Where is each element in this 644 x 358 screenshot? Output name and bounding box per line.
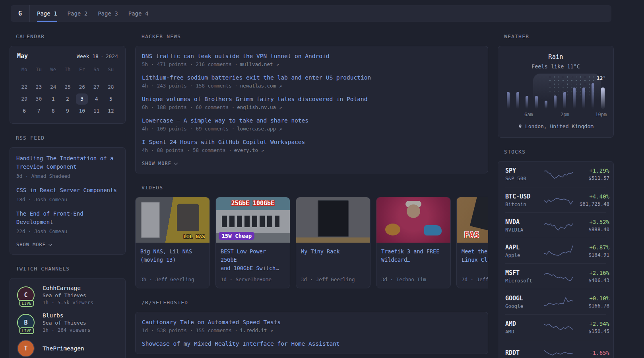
stock-name: Apple — [505, 252, 544, 258]
video-meta: 3d · Jeff Geerling — [301, 272, 365, 282]
stocks-section-title: STOCKS — [504, 149, 614, 155]
video-card[interactable]: FAS Meet the Linux Clu 7d · Jeff Geerlin… — [456, 197, 488, 288]
nav-tab-page-4[interactable]: Page 4 — [123, 5, 154, 22]
hn-item-stats: 5h · 471 points · 216 comments · — [142, 61, 238, 67]
video-title[interactable]: Big NAS, Lil NAS (moving 13) — [140, 247, 205, 264]
hn-item-domain[interactable]: english.nv.ua ↗ — [237, 104, 282, 110]
calendar-day: 6 — [18, 105, 30, 117]
reddit-item-meta: 1d · 538 points · 155 comments ·i.redd.i… — [142, 327, 481, 333]
stock-symbol: BTC-USD — [505, 193, 544, 200]
calendar-widget: May Week 18·2024 Mo Tu We Th Fr Sa Su 22… — [10, 46, 126, 124]
stock-symbol: GOOGL — [505, 295, 544, 302]
twitch-channel-row[interactable]: T ThePrimeagen — [17, 340, 118, 357]
calendar-day: 11 — [90, 105, 102, 117]
hn-item-title[interactable]: I Spent 24 Hours with GitHub Copilot Wor… — [142, 139, 481, 145]
video-card[interactable]: Traefik 3 and FREE Wildcard… 3d · Techno… — [376, 197, 451, 288]
video-thumbnail[interactable]: LIL NAS — [136, 197, 209, 243]
video-card-body: Traefik 3 and FREE Wildcard… 3d · Techno… — [376, 243, 450, 288]
stock-sparkline — [544, 295, 573, 309]
video-title[interactable]: Traefik 3 and FREE Wildcard… — [381, 247, 446, 264]
stock-name: NVIDIA — [505, 227, 544, 233]
video-thumbnail[interactable] — [376, 197, 450, 243]
stock-id: SPY S&P 500 — [505, 167, 544, 181]
twitch-widget: C LIVE CohhCarnage Sea of Thieves 1h · 5… — [10, 278, 126, 358]
weather-condition: Rain — [506, 53, 605, 60]
hn-item-title[interactable]: Unique volumes of Brothers Grimm fairy t… — [142, 96, 481, 102]
weather-bar — [573, 88, 576, 109]
thumbnail-overlay-text: 15W Cheap — [219, 232, 254, 240]
weather-bar — [545, 101, 547, 109]
channel-viewers: 1h · 264 viewers — [43, 327, 90, 333]
nav-tab-page-1[interactable]: Page 1 — [32, 5, 62, 22]
stock-row[interactable]: AAPL Apple +6.87% $184.91 — [505, 238, 606, 263]
video-thumbnail[interactable] — [296, 197, 370, 243]
chevron-down-icon — [174, 161, 178, 165]
thumbnail-overlay-text: FAS — [464, 230, 479, 240]
weather-widget: Rain Feels like 11°C 12° 6am 2pm 10pm Lo… — [498, 46, 614, 138]
reddit-item-title[interactable]: Showcase of my Mixed Reality Interface f… — [142, 340, 481, 347]
video-title[interactable]: My Tiny Rack — [301, 247, 365, 264]
hn-item-title[interactable]: DNS traffic can leak outside the VPN tun… — [142, 53, 481, 59]
rss-item-meta: 18d · Josh Comeau — [16, 197, 119, 202]
stock-values: +6.87% $184.91 — [573, 244, 609, 258]
reddit-item-domain[interactable]: i.redd.it ↗ — [240, 327, 273, 333]
rss-show-more-button[interactable]: SHOW MORE — [16, 242, 119, 247]
stock-row[interactable]: BTC-USD Bitcoin +4.40% $61,725.48 — [505, 187, 606, 212]
hn-item-meta: 4h · 88 points · 58 comments ·every.to ↗ — [142, 147, 481, 153]
stock-row[interactable]: MSFT Microsoft +2.16% $406.43 — [505, 263, 606, 289]
stock-change: +3.52% — [573, 219, 609, 225]
hn-item-domain[interactable]: mullvad.net ↗ — [240, 61, 279, 67]
video-card[interactable]: 25GbE 100GbE 15W Cheap BEST Low Power 25… — [215, 197, 290, 288]
rss-item-meta: 22d · Josh Comeau — [16, 228, 119, 234]
video-card[interactable]: LIL NAS Big NAS, Lil NAS (moving 13) 3h … — [135, 197, 210, 288]
stock-row[interactable]: GOOGL Google +0.10% $166.78 — [505, 289, 606, 314]
stock-values: +4.40% $61,725.48 — [573, 193, 609, 207]
reddit-item-stats: 1d · 538 points · 155 comments · — [142, 327, 238, 333]
nav-tab-page-2[interactable]: Page 2 — [62, 5, 93, 22]
app-logo[interactable]: G — [11, 5, 30, 22]
video-thumbnail[interactable]: FAS — [457, 197, 488, 243]
twitch-channel-row[interactable]: C LIVE CohhCarnage Sea of Thieves 1h · 5… — [17, 285, 118, 305]
video-title[interactable]: BEST Low Power 25GbE and 100GbE Switch… — [221, 247, 285, 272]
stock-id: BTC-USD Bitcoin — [505, 193, 544, 207]
stock-row[interactable]: AMD AMD +2.94% $150.45 — [505, 314, 606, 340]
video-title[interactable]: Meet the Linux Clu — [462, 247, 488, 264]
video-card[interactable]: My Tiny Rack 3d · Jeff Geerling — [296, 197, 370, 288]
stock-price: $184.91 — [573, 252, 609, 258]
stock-symbol: NVDA — [505, 218, 544, 226]
hn-item-title[interactable]: Lithium-free sodium batteries exit the l… — [142, 74, 481, 81]
hn-item-title[interactable]: Lowercase – A simple way to take and sha… — [142, 117, 481, 124]
stock-values: +0.10% $166.78 — [573, 295, 609, 309]
stock-change: +0.10% — [573, 295, 609, 302]
location-pin-icon — [518, 124, 522, 128]
nav-tab-page-3[interactable]: Page 3 — [93, 5, 123, 22]
stock-row[interactable]: RDDT -1.65% — [505, 340, 606, 358]
rss-item-title[interactable]: Handling The Indentation of a Treeview C… — [16, 154, 119, 171]
separator-dot: · — [101, 53, 104, 59]
stock-id: AMD AMD — [505, 320, 544, 335]
calendar-day: 23 — [33, 82, 45, 93]
hn-item-meta: 4h · 243 points · 158 comments ·newatlas… — [142, 83, 481, 89]
weather-bar — [526, 96, 528, 109]
rss-item-title[interactable]: The End of Front-End Development — [16, 210, 119, 226]
reddit-item-title[interactable]: Cautionary Tale on Automated Speed Tests — [142, 319, 481, 325]
stock-symbol: SPY — [505, 167, 544, 174]
hn-item-domain[interactable]: every.to ↗ — [234, 147, 264, 153]
hn-show-more-button[interactable]: SHOW MORE — [142, 161, 481, 166]
video-thumbnail[interactable]: 25GbE 100GbE 15W Cheap — [216, 197, 290, 243]
show-more-label: SHOW MORE — [142, 161, 171, 166]
video-meta: 3d · Techno Tim — [381, 272, 446, 282]
channel-game: Sea of Thieves — [43, 292, 93, 298]
twitch-channel-row[interactable]: B LIVE Blurbs Sea of Thieves 1h · 264 vi… — [17, 312, 118, 333]
hn-item-meta: 4h · 109 points · 69 comments ·lowercase… — [142, 126, 481, 132]
hn-item-domain[interactable]: lowercase.app ↗ — [237, 126, 282, 132]
hn-item-domain[interactable]: newatlas.com ↗ — [240, 83, 282, 89]
stock-row[interactable]: NVDA NVIDIA +3.52% $888.40 — [505, 212, 606, 238]
reddit-item: Cautionary Tale on Automated Speed Tests… — [142, 319, 481, 333]
weather-max-temp: 12° — [597, 75, 605, 81]
rss-item-title[interactable]: CSS in React Server Components — [16, 186, 119, 195]
calendar-day: 2 — [62, 93, 74, 105]
stock-row[interactable]: SPY S&P 500 +1.29% $511.57 — [505, 161, 606, 187]
calendar-day: 22 — [18, 82, 30, 93]
stock-price: $406.43 — [573, 277, 609, 283]
